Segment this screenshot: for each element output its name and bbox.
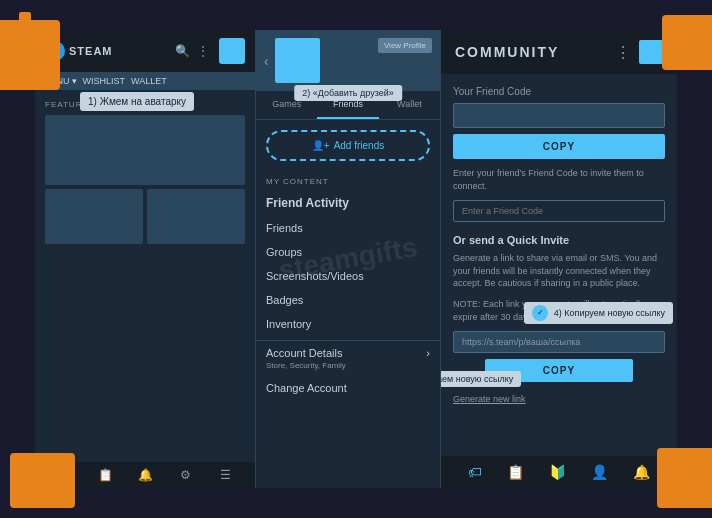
back-arrow-icon[interactable]: ‹ (264, 53, 269, 69)
wallet-nav-item[interactable]: WALLET (131, 76, 167, 86)
change-account-item[interactable]: Change Account (256, 376, 440, 400)
search-icon[interactable]: 🔍 (175, 44, 189, 58)
steam-panel: STEAM 🔍 ⋮ 1) Жмем на аватарку MENU▾ WISH… (35, 30, 255, 488)
steam-header-icons: 🔍 ⋮ (175, 38, 245, 64)
step4-tooltip: ✓ 4) Копируем новую ссылку (524, 302, 673, 324)
community-nav-store[interactable]: 🏷 (462, 462, 488, 482)
bottom-nav-menu[interactable]: ☰ (218, 468, 232, 482)
steam-content: FEATURED & RECOMMENDED (35, 90, 255, 254)
wishlist-nav-item[interactable]: WISHLIST (83, 76, 126, 86)
community-content: Your Friend Code COPY Enter your friend'… (441, 74, 677, 456)
quick-invite-desc: Generate a link to share via email or SM… (453, 252, 665, 290)
friends-item[interactable]: Friends (256, 216, 440, 240)
community-more-icon[interactable]: ⋮ (615, 43, 631, 62)
friend-code-section-title: Your Friend Code (453, 86, 665, 97)
step1-tooltip: 1) Жмем на аватарку (80, 92, 194, 111)
profile-overlay: ‹ View Profile 2) «Добавить друзей» Game… (255, 30, 440, 488)
steam-nav: MENU▾ WISHLIST WALLET (35, 72, 255, 90)
generate-link-button[interactable]: Generate new link (453, 394, 526, 404)
community-nav-library[interactable]: 📋 (501, 462, 530, 482)
friend-activity-item[interactable]: Friend Activity (256, 190, 440, 216)
quick-invite-title: Or send a Quick Invite (453, 234, 665, 246)
add-friends-icon: 👤+ (312, 140, 330, 151)
step3-tooltip: 3) Создаем новую ссылку (441, 371, 521, 387)
steam-header: STEAM 🔍 ⋮ (35, 30, 255, 72)
gift-bottom-right (657, 448, 712, 508)
groups-item[interactable]: Groups (256, 240, 440, 264)
add-friends-button[interactable]: 👤+ Add friends (266, 130, 430, 161)
community-panel: COMMUNITY ⋮ Your Friend Code COPY Enter … (440, 30, 677, 488)
account-section: Account Details › Store, Security, Famil… (256, 340, 440, 376)
bottom-nav-library[interactable]: 📋 (98, 468, 112, 482)
profile-header: ‹ View Profile (256, 30, 440, 91)
community-nav-bell[interactable]: 🔔 (627, 462, 656, 482)
more-icon[interactable]: ⋮ (197, 44, 211, 58)
step4-check-icon: ✓ (532, 305, 548, 321)
community-bottom-nav: 🏷 📋 🔰 👤 🔔 (441, 456, 677, 488)
generate-link-container: 3) Создаем новую ссылку Generate new lin… (453, 388, 665, 406)
screenshots-item[interactable]: Screenshots/Videos (256, 264, 440, 288)
community-nav-user[interactable]: 👤 (585, 462, 614, 482)
view-profile-button[interactable]: View Profile (378, 38, 432, 53)
steam-logo-text: STEAM (69, 45, 113, 57)
gift-left (0, 20, 60, 90)
invite-description: Enter your friend's Friend Code to invit… (453, 167, 665, 192)
my-content-label: MY CONTENT (256, 171, 440, 190)
gift-bottom-left (10, 453, 75, 508)
community-header-right: ⋮ (615, 40, 663, 64)
friend-code-input[interactable] (453, 103, 665, 128)
profile-avatar (275, 38, 320, 83)
step4-tooltip-container: ✓ 4) Копируем новую ссылку (524, 301, 673, 324)
featured-item-main (45, 115, 245, 185)
bottom-nav-shield[interactable]: 🔔 (138, 468, 152, 482)
step2-tooltip: 2) «Добавить друзей» (294, 85, 402, 101)
bottom-nav-bell[interactable]: ⚙ (178, 468, 192, 482)
community-title: COMMUNITY (455, 44, 559, 60)
gift-right-top (662, 15, 712, 70)
account-details-item[interactable]: Account Details › (266, 347, 430, 359)
inventory-item[interactable]: Inventory (256, 312, 440, 336)
account-subtitle: Store, Security, Family (266, 361, 430, 370)
copy-friend-code-button[interactable]: COPY (453, 134, 665, 159)
featured-grid (45, 115, 245, 244)
avatar[interactable] (219, 38, 245, 64)
community-header: COMMUNITY ⋮ (441, 30, 677, 74)
badges-item[interactable]: Badges (256, 288, 440, 312)
enter-friend-code-input[interactable] (453, 200, 665, 222)
step3-tooltip-container: 3) Создаем новую ссылку (441, 368, 521, 387)
featured-item-1 (45, 189, 143, 244)
community-nav-shield[interactable]: 🔰 (543, 462, 572, 482)
featured-item-2 (147, 189, 245, 244)
chevron-right-icon: › (426, 347, 430, 359)
link-url-display: https://s.team/p/ваша/ссылка (453, 331, 665, 353)
community-avatar[interactable] (639, 40, 663, 64)
